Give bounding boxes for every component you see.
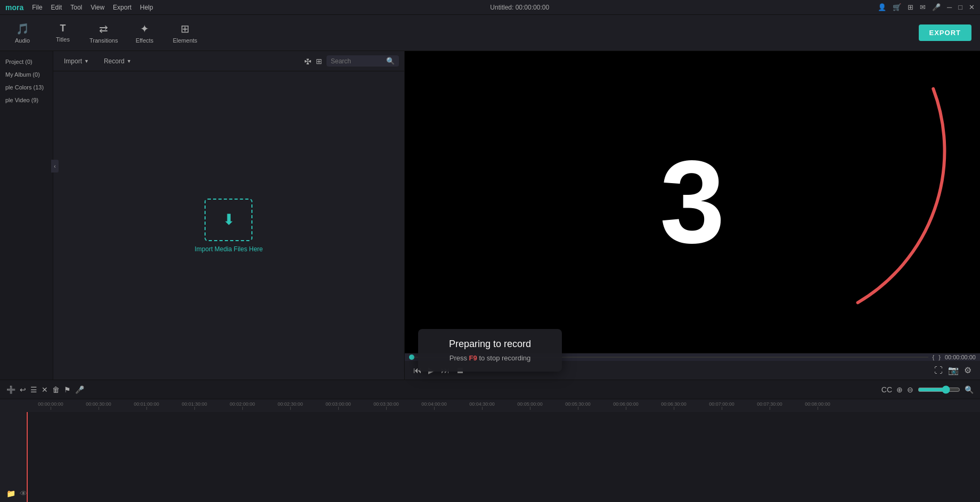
grid-view-icon[interactable]: ⊞ <box>316 57 322 65</box>
timeline-area: 00:00:00:00 00:00:30:00 00:01:00:00 00:0… <box>0 399 980 502</box>
eye-icon[interactable]: 👁 <box>20 489 27 498</box>
notification-stop-label: to stop recording <box>479 354 530 362</box>
minimize-icon[interactable]: ─ <box>947 3 952 11</box>
remove-clip-icon[interactable]: ⊖ <box>907 385 913 394</box>
captions-icon[interactable]: CC <box>881 385 892 394</box>
apps-icon[interactable]: ⊞ <box>908 3 913 11</box>
ruler-tick: 00:07:30:00 <box>746 401 794 410</box>
ruler-tick: 00:08:00:00 <box>794 401 842 410</box>
add-clip-icon[interactable]: ⊕ <box>896 385 903 394</box>
timeline-ruler: 00:00:00:00 00:00:30:00 00:01:00:00 00:0… <box>0 399 980 412</box>
maximize-icon[interactable]: □ <box>958 3 962 11</box>
ruler-tick: 00:03:30:00 <box>362 401 410 410</box>
zoom-slider[interactable] <box>918 385 960 394</box>
undo-icon[interactable]: ↩ <box>20 385 26 394</box>
ruler-tick: 00:05:30:00 <box>554 401 602 410</box>
toolbar-elements[interactable]: ⊞ Elements <box>171 22 199 44</box>
mic-icon[interactable]: 🎤 <box>932 3 941 11</box>
list-icon[interactable]: ☰ <box>30 385 37 394</box>
sidebar-collapse-btn[interactable]: ‹ <box>51 160 59 172</box>
effects-icon: ✦ <box>140 22 149 35</box>
record-chevron-icon: ▼ <box>127 59 132 64</box>
bottom-left-icons: 📁 👁 <box>6 489 27 498</box>
settings-icon[interactable]: ⚙ <box>964 365 971 375</box>
zoom-icon[interactable]: 🔍 <box>965 385 974 394</box>
menu-file[interactable]: File <box>32 4 42 11</box>
notification-key: F9 <box>469 354 477 362</box>
filter-icon[interactable]: ⧾ <box>304 57 312 65</box>
sidebar-item-colors[interactable]: ple Colors (13) <box>0 81 53 94</box>
delete-icon[interactable]: 🗑 <box>52 385 60 394</box>
import-dashed-box[interactable]: ⬇ <box>205 199 252 241</box>
elements-icon: ⊞ <box>181 22 190 35</box>
media-toolbar-right: ⧾ ⊞ 🔍 <box>304 55 399 67</box>
media-toolbar: Import ▼ Record ▼ ⧾ ⊞ 🔍 <box>53 51 404 71</box>
sidebar-item-project[interactable]: Project (0) <box>0 55 53 68</box>
close-icon[interactable]: ✕ <box>969 3 975 11</box>
time-out-icon: } <box>938 354 941 360</box>
timeline-tracks <box>0 412 980 502</box>
import-button[interactable]: Import ▼ <box>59 55 94 67</box>
menu-edit[interactable]: Edit <box>51 4 62 11</box>
close-timeline-icon[interactable]: ✕ <box>42 385 48 394</box>
track-content <box>27 412 980 502</box>
import-label: Import <box>64 57 82 65</box>
controls-right: ⛶ 📷 ⚙ <box>934 365 971 375</box>
toolbar-transitions[interactable]: ⇄ Transitions <box>89 22 118 44</box>
sidebar-item-album[interactable]: My Album (0) <box>0 68 53 81</box>
import-chevron-icon: ▼ <box>84 59 89 64</box>
scrubber-right: { } 00:00:00:00 <box>933 354 976 360</box>
search-wrap: 🔍 <box>326 55 399 67</box>
mic-timeline-icon[interactable]: 🎤 <box>75 385 84 394</box>
ruler-tick: 00:02:30:00 <box>266 401 314 410</box>
import-area: ⬇ Import Media Files Here <box>53 71 404 380</box>
flag-icon[interactable]: ⚑ <box>64 385 71 394</box>
playback-timecode: 00:00:00:00 <box>945 354 976 360</box>
ruler-tick: 00:01:30:00 <box>170 401 218 410</box>
audio-label: Audio <box>15 37 30 44</box>
titles-icon: T <box>60 23 66 34</box>
toolbar-titles[interactable]: T Titles <box>49 23 77 43</box>
search-input[interactable] <box>331 57 384 65</box>
export-button[interactable]: EXPORT <box>919 24 971 41</box>
record-label: Record <box>104 57 125 65</box>
time-in-icon: { <box>933 354 935 360</box>
add-track-button[interactable]: ➕ <box>6 385 15 394</box>
download-icon: ⬇ <box>223 211 235 228</box>
menu-export[interactable]: Export <box>113 4 132 11</box>
ruler-tick: 00:03:00:00 <box>314 401 362 410</box>
menu-view[interactable]: View <box>91 4 104 11</box>
ruler-tick: 00:06:30:00 <box>650 401 698 410</box>
toolbar-audio[interactable]: 🎵 Audio <box>9 22 36 44</box>
store-icon[interactable]: 🛒 <box>893 3 901 11</box>
toolbar: 🎵 Audio T Titles ⇄ Transitions ✦ Effects… <box>0 15 980 51</box>
import-drop-box[interactable]: ⬇ Import Media Files Here <box>194 199 263 253</box>
search-icon[interactable]: 🔍 <box>386 57 395 65</box>
mail-icon[interactable]: ✉ <box>920 3 926 11</box>
ruler-tick: 00:02:00:00 <box>218 401 266 410</box>
account-icon[interactable]: 👤 <box>878 3 886 11</box>
timeline-toolbar-right: CC ⊕ ⊖ 🔍 <box>881 385 974 394</box>
track-labels <box>0 412 27 502</box>
media-panel: Import ▼ Record ▼ ⧾ ⊞ 🔍 ⬇ <box>53 51 405 380</box>
menu-help[interactable]: Help <box>140 4 153 11</box>
toolbar-effects[interactable]: ✦ Effects <box>130 22 158 44</box>
import-files-label: Import Media Files Here <box>194 245 263 253</box>
ruler-tick: 00:04:30:00 <box>458 401 506 410</box>
scrubber-handle[interactable] <box>409 355 414 360</box>
screenshot-icon[interactable]: 📷 <box>948 365 959 375</box>
countdown-number: 3 <box>660 144 725 261</box>
notification-press-label: Press <box>450 354 467 362</box>
menu-tool[interactable]: Tool <box>70 4 82 11</box>
record-button[interactable]: Record ▼ <box>99 55 137 67</box>
ruler-tick: 00:01:00:00 <box>123 401 170 410</box>
sidebar-item-video[interactable]: ple Video (9) <box>0 94 53 106</box>
notification-subtitle: Press F9 to stop recording <box>433 354 547 362</box>
audio-icon: 🎵 <box>16 22 29 35</box>
ruler-tick: 00:07:00:00 <box>698 401 746 410</box>
elements-label: Elements <box>173 37 197 44</box>
fullscreen-icon[interactable]: ⛶ <box>934 366 943 375</box>
folder-icon[interactable]: 📁 <box>6 489 15 498</box>
window-title: Untitled: 00:00:00:00 <box>161 4 877 11</box>
playhead[interactable] <box>27 412 28 502</box>
